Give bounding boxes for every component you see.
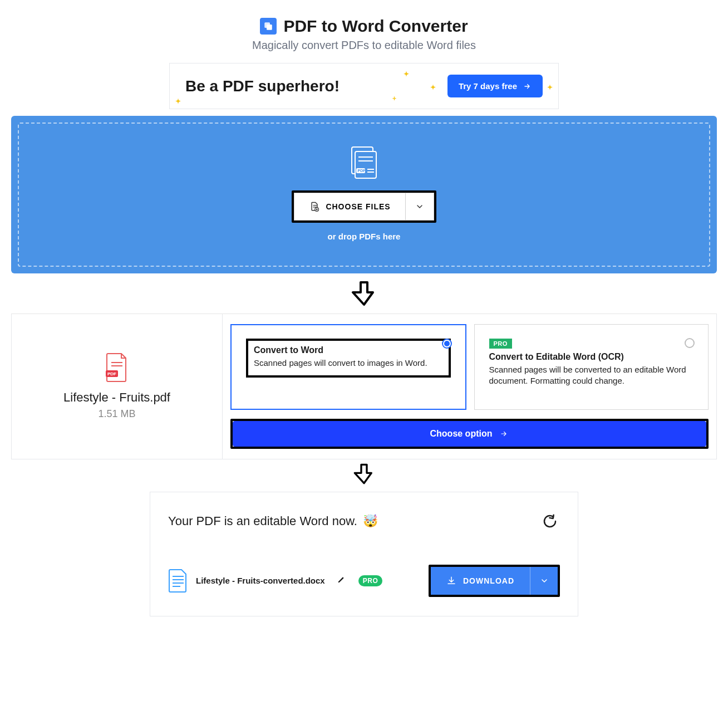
svg-rect-3 [355, 151, 376, 178]
download-label: DOWNLOAD [463, 576, 514, 585]
arrow-down-icon [351, 279, 377, 308]
choose-option-label: Choose option [430, 429, 493, 439]
arrow-down-icon [353, 462, 375, 486]
dropzone-hint: or drop PDFs here [328, 232, 401, 241]
option-a-title: Convert to Word [254, 345, 443, 355]
pro-badge: PRO [358, 575, 383, 586]
svg-rect-1 [267, 25, 272, 30]
page-title-text: PDF to Word Converter [283, 17, 468, 36]
try-free-button[interactable]: Try 7 days free [447, 75, 543, 97]
radio-convert-ocr[interactable] [685, 338, 695, 348]
result-file-name: Lifestyle - Fruits-converted.docx [196, 576, 325, 585]
file-name: Lifestyle - Fruits.pdf [63, 390, 170, 405]
download-icon [446, 576, 456, 586]
option-convert-to-word[interactable]: Convert to Word Scanned pages will conve… [230, 324, 466, 410]
choose-option-button[interactable]: Choose option [233, 421, 706, 447]
emoji-mindblown: 🤯 [363, 514, 378, 528]
option-b-title: Convert to Editable Word (OCR) [489, 352, 694, 362]
chevron-down-icon [540, 576, 549, 585]
radio-convert-to-word[interactable] [442, 339, 452, 349]
promo-title: Be a PDF superhero! [185, 77, 340, 95]
file-size: 1.51 MB [98, 408, 135, 420]
pdf-stack-icon: PDF [347, 146, 381, 183]
result-message: Your PDF is an editable Word now. 🤯 [168, 514, 378, 528]
result-card: Your PDF is an editable Word now. 🤯 [150, 492, 578, 616]
retry-button[interactable] [540, 511, 560, 531]
doc-file-icon [168, 569, 188, 593]
download-dropdown[interactable] [530, 567, 558, 595]
download-button[interactable]: DOWNLOAD [431, 567, 530, 595]
svg-text:PDF: PDF [358, 169, 366, 173]
chevron-down-icon [415, 202, 424, 211]
page-subtitle: Magically convert PDFs to editable Word … [0, 39, 728, 52]
try-free-label: Try 7 days free [459, 81, 517, 91]
file-preview: PDF Lifestyle - Fruits.pdf 1.51 MB [11, 314, 223, 459]
options-panel: PDF Lifestyle - Fruits.pdf 1.51 MB Conve… [11, 314, 717, 459]
svg-text:PDF: PDF [107, 371, 116, 376]
pdf-file-icon: PDF [105, 352, 129, 383]
pro-badge: PRO [489, 339, 512, 349]
choose-files-dropdown[interactable] [405, 193, 434, 221]
promo-banner: ✦ + ✦ ✦ ✦ Be a PDF superhero! Try 7 days… [169, 63, 559, 109]
option-convert-ocr[interactable]: PRO Convert to Editable Word (OCR) Scann… [474, 324, 709, 410]
arrow-right-icon [499, 430, 509, 438]
choose-files-button[interactable]: CHOOSE FILES [294, 193, 405, 221]
pencil-icon [337, 576, 345, 584]
pdf-word-icon [260, 18, 277, 35]
option-b-desc: Scanned pages will be converted to an ed… [489, 364, 694, 387]
rename-button[interactable] [337, 576, 345, 586]
page-title: PDF to Word Converter [260, 17, 468, 36]
file-add-icon [309, 201, 320, 212]
reload-icon [542, 513, 558, 530]
choose-files-label: CHOOSE FILES [326, 202, 390, 211]
dropzone[interactable]: PDF CHOOSE FILES [11, 116, 717, 273]
arrow-right-icon [523, 82, 532, 90]
option-a-desc: Scanned pages will convert to images in … [254, 358, 443, 369]
